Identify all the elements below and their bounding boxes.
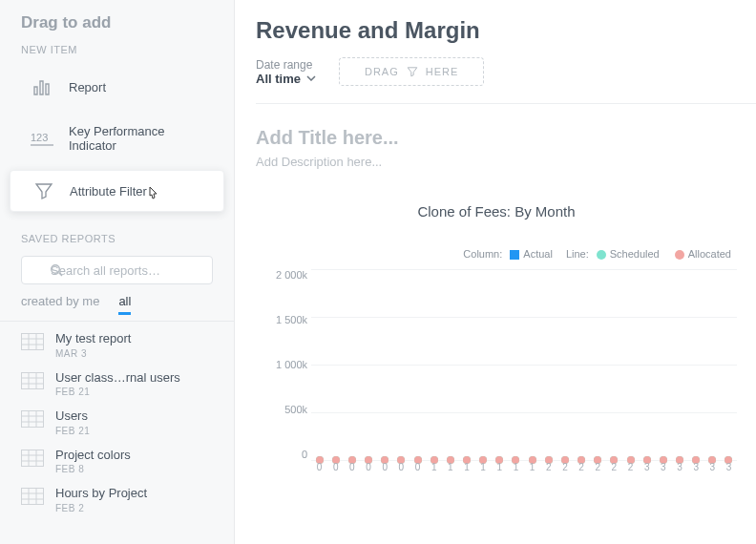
svg-rect-24: [22, 489, 44, 505]
legend-series-allocated: Allocated: [688, 248, 731, 260]
svg-rect-4: [22, 334, 44, 350]
legend-swatch-actual: [510, 250, 519, 260]
legend-swatch-allocated: [675, 250, 684, 260]
legend-line-label: Line:: [566, 248, 589, 260]
svg-text:123: 123: [31, 132, 48, 143]
chart-title: Clone of Fees: By Month: [256, 203, 737, 220]
new-item-report[interactable]: Report: [10, 67, 224, 107]
saved-report-name: Users: [55, 408, 90, 424]
bar-chart-icon: [31, 76, 55, 97]
search-icon: [50, 263, 63, 277]
saved-report-item[interactable]: UsersFEB 21: [0, 403, 234, 442]
y-axis-labels: 2 000k1 500k1 000k500k0: [256, 269, 307, 460]
saved-reports-tabs: created by me all: [0, 294, 234, 321]
date-range-label: Date range: [256, 58, 316, 72]
new-item-section-label: NEW ITEM: [0, 40, 234, 63]
drag-here-text-left: DRAG: [365, 66, 399, 77]
table-icon: [21, 372, 44, 389]
saved-report-date: FEB 8: [55, 464, 131, 474]
saved-report-name: My test report: [55, 331, 131, 346]
svg-rect-14: [22, 411, 44, 428]
saved-report-name: Project colors: [55, 448, 131, 463]
sidebar: Drag to add NEW ITEM Report 123 Key Perf…: [0, 0, 235, 544]
legend-series-scheduled: Scheduled: [610, 248, 660, 260]
legend-series-actual: Actual: [523, 248, 553, 260]
date-range-value: All time: [256, 72, 301, 86]
drag-here-text-right: HERE: [426, 66, 459, 77]
new-item-label: Report: [69, 80, 106, 94]
main-area: Revenue and Margin Date range All time D…: [235, 0, 756, 544]
funnel-icon: [407, 66, 418, 77]
table-icon: [21, 333, 44, 350]
cursor-icon: [145, 186, 160, 203]
table-icon: [21, 450, 44, 467]
chevron-down-icon: [306, 75, 316, 81]
date-range-filter[interactable]: Date range All time: [256, 58, 316, 86]
svg-rect-19: [22, 450, 44, 466]
saved-report-item[interactable]: Hours by ProjectFEB 2: [0, 480, 234, 519]
table-icon: [21, 488, 44, 505]
new-item-label: Key Performance Indicator: [69, 124, 203, 153]
drag-to-add-heading: Drag to add: [0, 10, 234, 40]
svg-line-3: [59, 273, 63, 277]
chart-plot-area: 2 000k1 500k1 000k500k0 0000000111111122…: [311, 269, 737, 479]
funnel-icon: [32, 180, 56, 201]
saved-report-name: Hours by Project: [55, 486, 147, 501]
legend-swatch-scheduled: [597, 250, 606, 260]
x-axis-labels: 00000001111111222222333333: [311, 462, 737, 479]
saved-report-date: FEB 2: [55, 503, 147, 513]
saved-report-item[interactable]: My test reportMAR 3: [0, 325, 234, 365]
chart-legend: Column: Actual Line: Scheduled Allocated: [256, 248, 737, 260]
new-item-kpi[interactable]: 123 Key Performance Indicator: [10, 115, 224, 162]
tab-all[interactable]: all: [118, 294, 131, 315]
saved-report-date: MAR 3: [55, 348, 131, 359]
chart-widget: Clone of Fees: By Month Column: Actual L…: [256, 203, 756, 479]
svg-point-2: [52, 265, 60, 274]
chart-series-allocated: [311, 269, 737, 460]
new-item-label: Attribute Filter: [70, 184, 147, 199]
page-title: Revenue and Margin: [256, 17, 756, 44]
saved-reports-section-label: SAVED REPORTS: [0, 229, 234, 252]
widget-title-placeholder[interactable]: Add Title here...: [256, 127, 756, 149]
legend-column-label: Column:: [463, 248, 502, 260]
saved-report-date: FEB 21: [55, 426, 90, 436]
filter-bar: Date range All time DRAG HERE: [256, 57, 756, 104]
saved-report-list[interactable]: My test reportMAR 3User class…rnal users…: [0, 321, 234, 544]
drag-filter-dropzone[interactable]: DRAG HERE: [339, 57, 484, 86]
saved-report-name: User class…rnal users: [55, 370, 180, 386]
saved-report-item[interactable]: User class…rnal usersFEB 21: [0, 365, 234, 404]
tab-created-by-me[interactable]: created by me: [21, 294, 99, 315]
saved-report-item[interactable]: Project colorsFEB 8: [0, 442, 234, 481]
table-icon: [21, 410, 44, 428]
new-item-attribute-filter[interactable]: Attribute Filter: [10, 170, 224, 212]
saved-report-date: FEB 21: [55, 387, 180, 397]
kpi-123-icon: 123: [31, 128, 55, 149]
svg-rect-9: [22, 372, 44, 388]
widget-description-placeholder[interactable]: Add Description here...: [256, 155, 756, 169]
